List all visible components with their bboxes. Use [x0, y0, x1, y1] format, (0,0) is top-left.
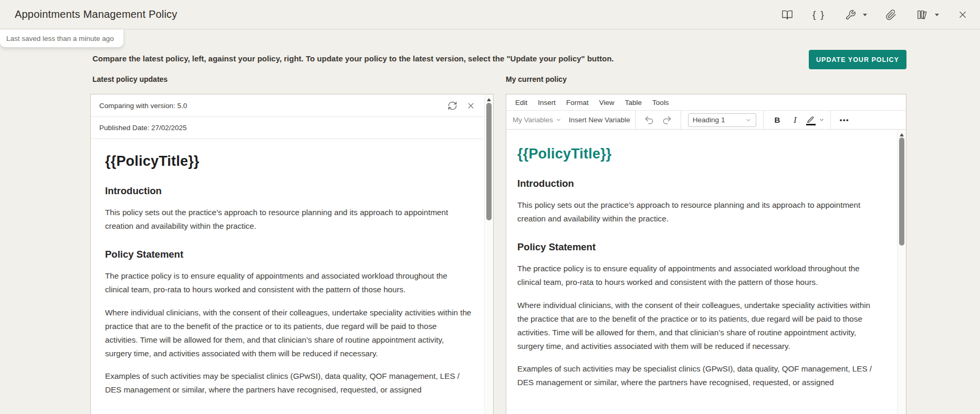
latest-panel-scrollbar[interactable] [484, 94, 493, 414]
editor-menubar: Edit Insert Format View Table Tools [506, 94, 906, 111]
latest-policy-panel: Comparing with version: 5.0 Published Da… [90, 94, 494, 414]
menu-edit[interactable]: Edit [510, 99, 533, 107]
doc-paragraph: Where individual clinicians, with the co… [105, 306, 472, 361]
header-bar: Appointments Management Policy { } [0, 0, 980, 29]
highlight-dropdown-caret-icon[interactable] [819, 117, 825, 123]
toolbar-separator [635, 111, 635, 129]
redo-icon[interactable] [660, 113, 674, 127]
doc-heading-policy-statement: Policy Statement [105, 249, 472, 260]
menu-insert[interactable]: Insert [533, 99, 561, 107]
latest-policy-document: {{PolicyTitle}} Introduction This policy… [91, 139, 484, 397]
my-variables-dropdown[interactable]: My Variables [513, 116, 561, 124]
menu-format[interactable]: Format [561, 99, 594, 107]
autosave-toast: Last saved less than a minute ago [0, 29, 123, 47]
doc-heading-introduction: Introduction [105, 185, 472, 197]
close-icon[interactable] [955, 7, 971, 23]
doc-paragraph: The practice policy is to ensure equalit… [517, 262, 874, 289]
reading-mode-icon[interactable] [779, 7, 795, 23]
update-your-policy-button[interactable]: UPDATE YOUR POLICY [809, 50, 906, 69]
editor-content-area[interactable]: {{PolicyTitle}} Introduction This policy… [506, 130, 906, 414]
policy-library-icon[interactable] [914, 7, 930, 23]
attachment-paperclip-icon[interactable] [883, 7, 899, 23]
doc-paragraph: This policy sets out the practice’s appr… [517, 198, 874, 226]
scroll-up-arrow-icon[interactable] [900, 133, 904, 136]
toolbar-separator [763, 111, 764, 129]
close-compare-icon[interactable] [467, 102, 475, 110]
doc-paragraph: Examples of such activities may be speci… [517, 362, 874, 389]
header-actions: { } [764, 0, 971, 29]
more-tools-button[interactable]: ••• [836, 116, 853, 124]
bold-button[interactable]: B [770, 113, 784, 127]
toolbar-separator [830, 111, 831, 129]
current-panel-scrollbar[interactable] [897, 130, 906, 414]
published-date-text: Published Date: 27/02/2025 [91, 117, 484, 139]
scroll-up-arrow-icon[interactable] [487, 98, 491, 101]
current-policy-label: My current policy [506, 75, 567, 83]
library-dropdown-caret-icon[interactable] [935, 14, 939, 16]
editor-toolbar: My Variables Insert New Variable Heading… [506, 111, 906, 130]
refresh-icon[interactable] [447, 101, 457, 111]
tools-wrench-icon[interactable] [842, 7, 858, 23]
current-policy-panel: Edit Insert Format View Table Tools My V… [506, 94, 906, 414]
scrollbar-thumb[interactable] [486, 103, 492, 220]
latest-policy-label: Latest policy updates [92, 75, 168, 83]
scrollbar-thumb[interactable] [899, 137, 904, 246]
menu-tools[interactable]: Tools [647, 99, 674, 107]
doc-heading-policy-statement: Policy Statement [517, 241, 874, 253]
menu-table[interactable]: Table [620, 99, 647, 107]
doc-title: {{PolicyTitle}} [517, 146, 874, 162]
current-policy-document[interactable]: {{PolicyTitle}} Introduction This policy… [506, 130, 897, 389]
doc-paragraph: The practice policy is to ensure equalit… [105, 269, 472, 296]
doc-heading-introduction: Introduction [517, 178, 874, 189]
app-window: Appointments Management Policy { } Last … [0, 0, 980, 414]
menu-view[interactable]: View [594, 99, 620, 107]
comparing-version-text: Comparing with version: 5.0 [99, 102, 447, 110]
heading-style-select[interactable]: Heading 1 [688, 113, 756, 127]
insert-new-variable-button[interactable]: Insert New Variable [569, 116, 630, 124]
italic-button[interactable]: I [788, 113, 802, 127]
version-row: Comparing with version: 5.0 [91, 94, 484, 117]
toolbar-separator [681, 111, 681, 129]
compare-instruction: Compare the latest policy, left, against… [92, 54, 723, 63]
page-title: Appointments Management Policy [15, 8, 178, 20]
variables-braces-icon[interactable]: { } [811, 7, 827, 23]
doc-title: {{PolicyTitle}} [105, 153, 472, 169]
doc-paragraph: Examples of such activities may be speci… [105, 369, 472, 397]
highlight-pen-icon[interactable] [804, 113, 818, 127]
tools-dropdown-caret-icon[interactable] [863, 14, 867, 16]
undo-icon[interactable] [642, 113, 656, 127]
doc-paragraph: This policy sets out the practice’s appr… [105, 206, 472, 233]
doc-paragraph: Where individual clinicians, with the co… [517, 299, 874, 354]
